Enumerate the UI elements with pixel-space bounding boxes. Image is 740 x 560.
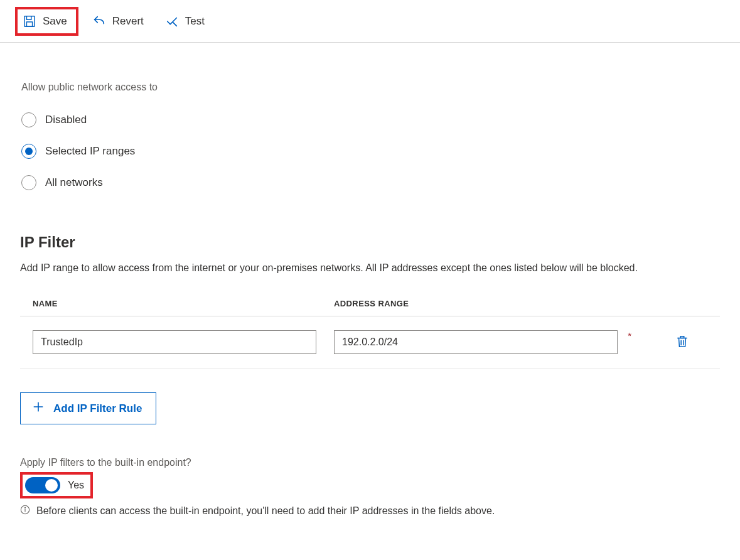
ip-filter-heading: IP Filter xyxy=(20,234,720,251)
ip-filter-table: NAME ADDRESS RANGE * * xyxy=(20,299,720,369)
save-icon xyxy=(23,14,36,28)
toggle-value-label: Yes xyxy=(68,480,84,491)
radio-all-networks-label: All networks xyxy=(45,176,103,189)
save-highlight-box: Save xyxy=(15,7,78,36)
info-note: Before clients can access the built-in e… xyxy=(20,505,720,517)
toolbar: Save Revert Test xyxy=(0,0,740,43)
revert-button[interactable]: Revert xyxy=(85,9,151,33)
test-button[interactable]: Test xyxy=(158,9,212,33)
radio-selected-ip[interactable]: Selected IP ranges xyxy=(21,136,720,167)
test-icon xyxy=(165,14,179,28)
info-text: Before clients can access the built-in e… xyxy=(36,505,495,517)
info-icon xyxy=(20,505,30,517)
trash-icon xyxy=(675,334,689,351)
required-indicator: * xyxy=(628,330,631,341)
svg-rect-1 xyxy=(26,21,32,26)
radio-selected-ip-label: Selected IP ranges xyxy=(45,145,135,158)
apply-builtin-toggle[interactable] xyxy=(25,477,60,493)
add-ip-filter-rule-button[interactable]: Add IP Filter Rule xyxy=(20,392,156,424)
radio-circle-icon xyxy=(21,144,36,159)
toggle-knob xyxy=(45,479,58,492)
test-label: Test xyxy=(185,15,205,28)
radio-disabled[interactable]: Disabled xyxy=(21,104,720,136)
filter-name-input[interactable] xyxy=(33,330,316,354)
revert-label: Revert xyxy=(112,15,144,28)
save-label: Save xyxy=(43,15,67,28)
delete-row-button[interactable] xyxy=(644,334,720,351)
main-content: Allow public network access to Disabled … xyxy=(0,43,740,517)
table-row: * * xyxy=(20,316,720,369)
radio-disabled-label: Disabled xyxy=(45,114,87,126)
filter-address-input[interactable] xyxy=(334,330,618,354)
radio-all-networks[interactable]: All networks xyxy=(21,167,720,198)
apply-builtin-label: Apply IP filters to the built-in endpoin… xyxy=(20,457,720,468)
ip-filter-description: Add IP range to allow access from the in… xyxy=(20,262,720,274)
toggle-highlight-box: Yes xyxy=(20,472,93,498)
svg-point-4 xyxy=(24,507,25,508)
table-header: NAME ADDRESS RANGE xyxy=(20,299,720,316)
network-access-radio-group: Disabled Selected IP ranges All networks xyxy=(21,104,720,198)
plus-icon xyxy=(32,401,45,416)
column-address-header: ADDRESS RANGE xyxy=(334,299,623,308)
save-button[interactable]: Save xyxy=(18,9,76,33)
network-access-label: Allow public network access to xyxy=(21,82,720,93)
radio-dot-icon xyxy=(25,148,33,155)
radio-circle-icon xyxy=(21,175,36,190)
svg-rect-0 xyxy=(24,16,35,26)
radio-circle-icon xyxy=(21,112,36,127)
column-name-header: NAME xyxy=(33,299,334,308)
add-rule-label: Add IP Filter Rule xyxy=(53,402,142,415)
undo-icon xyxy=(92,14,106,28)
